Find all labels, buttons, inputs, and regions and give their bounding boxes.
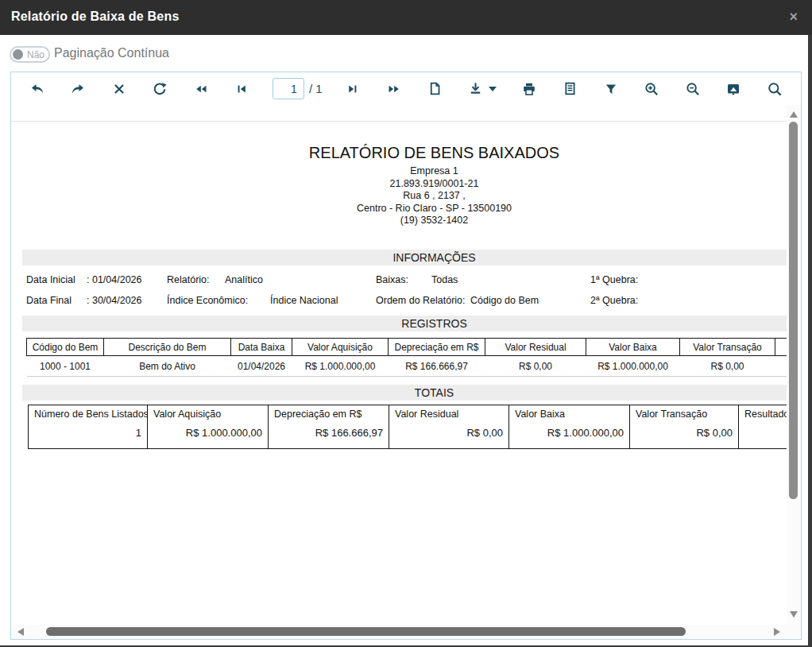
refresh-icon[interactable]: [149, 79, 170, 99]
fit-image-icon[interactable]: [723, 79, 744, 99]
section-registros: REGISTROS: [22, 316, 787, 331]
company-header: Empresa 1 21.893.919/0001-21 Rua 6 , 213…: [11, 165, 787, 227]
total-value: 1: [34, 427, 141, 439]
field-label: 1ª Quebra:: [590, 274, 638, 285]
horizontal-scrollbar-thumb[interactable]: [46, 627, 686, 636]
vertical-scrollbar-thumb[interactable]: [789, 122, 798, 499]
cell: Bem do Ativo: [104, 356, 231, 377]
dialog-header: Relatório de Baixa de Bens ×: [0, 0, 812, 35]
zoom-in-icon[interactable]: [641, 79, 662, 99]
toggle-state-label: Não: [27, 49, 44, 60]
total-value: R$ 0,00: [395, 427, 503, 439]
fast-rewind-icon[interactable]: [191, 79, 211, 99]
column-header: Valor Transação: [680, 339, 775, 356]
field-label: Índice Econômico:: [167, 295, 248, 306]
company-city: Centro - Rio Claro - SP - 13500190: [11, 203, 787, 215]
vertical-scrollbar[interactable]: [787, 105, 801, 638]
company-phone: (19) 3532-1402: [11, 215, 787, 227]
column-header: Valor Aquisição: [292, 339, 389, 356]
toggle-knob-icon: [13, 49, 23, 60]
total-label: Resultado: [744, 409, 787, 420]
viewer-toolbar: / 1: [10, 72, 802, 106]
column-header: Descrição do Bem: [104, 339, 231, 356]
cell: R$ 0,00: [680, 356, 775, 377]
cell: R$ 166.666,97: [389, 356, 485, 377]
download-button[interactable]: [466, 79, 499, 99]
company-name: Empresa 1: [11, 165, 787, 178]
page-navigation: / 1: [273, 78, 323, 99]
total-label: Valor Baixa: [515, 409, 624, 420]
column-header: Valor Residual: [485, 339, 586, 356]
info-row-1: Data Inicial : 01/04/2026 Relatório: Ana…: [11, 274, 787, 285]
print-icon[interactable]: [519, 79, 539, 99]
cell: R$ 1.000.000,00: [586, 356, 680, 377]
cell: 1000 - 1001: [27, 356, 104, 377]
field-value: : 01/04/2026: [87, 274, 142, 285]
blank-page-icon[interactable]: [424, 79, 445, 99]
horizontal-scrollbar[interactable]: [11, 625, 787, 639]
column-header: [775, 339, 787, 356]
total-value: R$ 1.000.000,00: [153, 427, 262, 439]
field-value: Código do Bem: [470, 295, 539, 306]
registros-header-row: Código do Bem Descrição do Bem Data Baix…: [27, 339, 787, 356]
document-viewport: RELATÓRIO DE BENS BAIXADOS Empresa 1 21.…: [11, 105, 787, 624]
section-totais: TOTAIS: [22, 385, 787, 401]
field-label: 2ª Quebra:: [590, 295, 638, 306]
next-page-icon[interactable]: [342, 79, 363, 99]
registros-table: Código do Bem Descrição do Bem Data Baix…: [26, 338, 787, 377]
field-label: Data Final: [26, 295, 72, 306]
redo-icon[interactable]: [68, 79, 88, 99]
pagination-toggle-label: Paginação Contínua: [54, 46, 169, 60]
scroll-left-icon[interactable]: [17, 628, 24, 636]
zoom-out-icon[interactable]: [682, 79, 703, 99]
pagination-toggle[interactable]: Não: [10, 46, 50, 63]
field-value: Índice Nacional: [270, 295, 338, 306]
page-number-input[interactable]: [273, 78, 304, 99]
report-document-icon[interactable]: [560, 79, 581, 99]
column-header: Código do Bem: [27, 339, 104, 356]
section-informacoes: INFORMAÇÕES: [22, 250, 787, 265]
company-address: Rua 6 , 2137 ,: [11, 190, 787, 203]
field-value: : 30/04/2026: [87, 295, 142, 306]
field-value: Todas: [431, 274, 458, 285]
info-row-2: Data Final : 30/04/2026 Índice Econômico…: [11, 295, 787, 306]
field-label: Relatório:: [167, 274, 210, 285]
pdf-viewer: RELATÓRIO DE BENS BAIXADOS Empresa 1 21.…: [10, 105, 802, 640]
report-title: RELATÓRIO DE BENS BAIXADOS: [11, 144, 787, 162]
cell: [775, 356, 787, 377]
field-label: Data Inicial: [26, 274, 75, 285]
close-document-icon[interactable]: [109, 79, 130, 99]
total-value: R$ 0,00: [636, 427, 733, 439]
search-icon[interactable]: [764, 79, 785, 99]
download-caret-icon[interactable]: [489, 87, 497, 91]
pagination-toggle-row: Não Paginação Contínua: [0, 35, 808, 72]
total-label: Depreciação em R$: [274, 409, 383, 420]
total-label: Valor Aquisição: [153, 409, 262, 420]
scroll-right-icon[interactable]: [774, 628, 780, 636]
totais-row: Número de Bens Listados1 Valor Aquisição…: [29, 405, 787, 449]
total-value: R$ 1.000.000,00: [515, 427, 624, 439]
total-value: R$ 166.666,97: [274, 427, 383, 439]
company-cnpj: 21.893.919/0001-21: [11, 178, 787, 191]
report-page: RELATÓRIO DE BENS BAIXADOS Empresa 1 21.…: [11, 121, 787, 623]
field-label: Ordem do Relatório:: [376, 295, 466, 306]
scroll-down-icon[interactable]: [790, 611, 798, 618]
column-header: Data Baixa: [231, 339, 292, 356]
registros-data-row: 1000 - 1001 Bem do Ativo 01/04/2026 R$ 1…: [27, 356, 787, 377]
undo-icon[interactable]: [27, 79, 48, 99]
cell: R$ 1.000.000,00: [292, 356, 389, 377]
total-label: Valor Transação: [636, 409, 733, 420]
previous-page-icon[interactable]: [231, 79, 252, 99]
total-label: Valor Residual: [395, 409, 503, 420]
filter-icon[interactable]: [601, 79, 621, 99]
column-header: Depreciação em R$: [389, 339, 485, 356]
cell: R$ 0,00: [485, 356, 586, 377]
field-label: Baixas:: [376, 274, 408, 285]
totais-table: Número de Bens Listados1 Valor Aquisição…: [28, 405, 787, 449]
report-dialog: Relatório de Baixa de Bens × Não Paginaç…: [0, 0, 808, 645]
close-icon[interactable]: ×: [789, 9, 798, 25]
total-label: Número de Bens Listados: [34, 409, 141, 420]
scroll-up-icon[interactable]: [790, 111, 798, 118]
cell: 01/04/2026: [231, 356, 292, 377]
fast-forward-icon[interactable]: [384, 79, 404, 99]
